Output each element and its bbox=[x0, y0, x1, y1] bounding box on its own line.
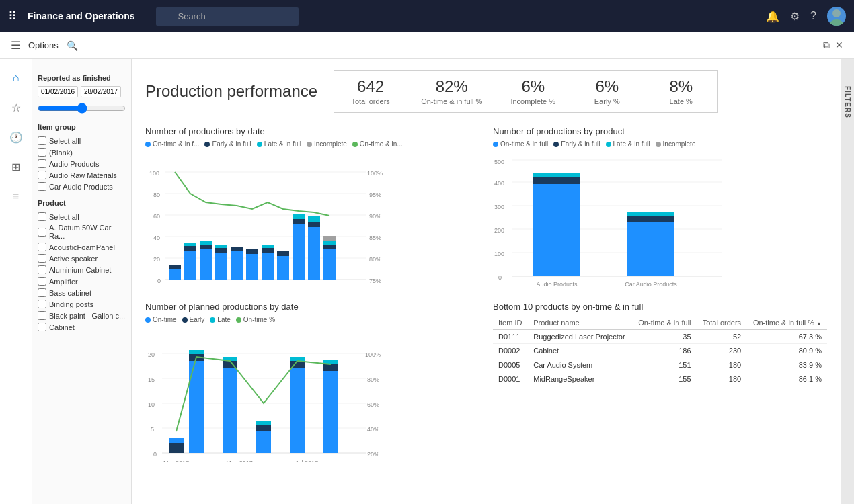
sidenav-home[interactable]: ⌂ bbox=[3, 65, 30, 91]
product-label-8: Black paint - Gallon c... bbox=[49, 312, 125, 320]
chart3-legend-dot-2 bbox=[210, 317, 215, 323]
chart3-container: 0 5 10 15 20 20% 40% 60% 80% 100% bbox=[145, 327, 479, 464]
date-to-input[interactable] bbox=[81, 86, 121, 97]
table-row-3: D0001 MidRangeSpeaker 155 180 86.1 % bbox=[493, 372, 827, 386]
item-group-item-1[interactable]: (Blank) bbox=[38, 146, 126, 158]
chart3-legend: On-timeEarlyLateOn-time % bbox=[145, 316, 479, 323]
product-item-4[interactable]: Aluminium Cabinet bbox=[38, 264, 126, 276]
sidenav-modules[interactable]: ≡ bbox=[3, 183, 30, 210]
table-row-2: D0005 Car Audio System 151 180 83.9 % bbox=[493, 358, 827, 372]
kpi-label-1: On-time & in full % bbox=[421, 97, 482, 106]
waffle-icon[interactable]: ⠿ bbox=[8, 9, 17, 24]
product-checkbox-4[interactable] bbox=[38, 265, 46, 274]
product-checkbox-3[interactable] bbox=[38, 254, 46, 263]
notification-icon[interactable]: 🔔 bbox=[766, 10, 779, 23]
product-checkbox-9[interactable] bbox=[38, 323, 46, 331]
chart3-svg: 0 5 10 15 20 20% 40% 60% 80% 100% bbox=[145, 327, 387, 462]
chart1-legend-dot-3 bbox=[307, 142, 312, 147]
item-group-checkbox-3[interactable] bbox=[38, 171, 46, 179]
hamburger-icon[interactable]: ☰ bbox=[11, 39, 20, 52]
product-checkbox-6[interactable] bbox=[38, 288, 46, 297]
product-item-6[interactable]: Bass cabinet bbox=[38, 287, 126, 298]
col-product-name: Product name bbox=[528, 316, 632, 330]
chart1-svg: 0 20 40 60 80 100 75% 80% 85% 90% 95% 10… bbox=[145, 152, 387, 286]
svg-rect-68 bbox=[533, 173, 580, 177]
svg-rect-95 bbox=[223, 368, 237, 453]
kpi-value-0: 642 bbox=[348, 77, 393, 96]
cell-total-1: 230 bbox=[697, 344, 747, 358]
sidenav-workspaces[interactable]: ⊞ bbox=[3, 153, 30, 180]
item-group-label-4: Car Audio Products bbox=[49, 183, 113, 191]
item-group-checkbox-0[interactable] bbox=[38, 136, 46, 145]
product-checkbox-1[interactable] bbox=[38, 228, 46, 237]
svg-rect-39 bbox=[277, 251, 289, 256]
help-icon[interactable]: ? bbox=[810, 10, 816, 22]
product-item-9[interactable]: Cabinet bbox=[38, 321, 126, 333]
date-from-input[interactable] bbox=[38, 86, 78, 97]
svg-text:500: 500 bbox=[494, 159, 504, 165]
item-group-checkbox-4[interactable] bbox=[38, 182, 46, 191]
product-item-8[interactable]: Black paint - Gallon c... bbox=[38, 310, 126, 321]
product-item-0[interactable]: Select all bbox=[38, 211, 126, 222]
col-item-id: Item ID bbox=[493, 316, 528, 330]
cell-pct-0: 67.3 % bbox=[746, 330, 827, 344]
item-group-item-4[interactable]: Car Audio Products bbox=[38, 181, 126, 192]
date-range-row bbox=[38, 86, 126, 97]
item-group-item-2[interactable]: Audio Products bbox=[38, 158, 126, 169]
item-group-item-3[interactable]: Audio Raw Materials bbox=[38, 169, 126, 181]
product-item-7[interactable]: Binding posts bbox=[38, 298, 126, 310]
chart3-legend-label-3: On-time % bbox=[243, 316, 275, 323]
product-checkbox-8[interactable] bbox=[38, 311, 46, 320]
date-slider[interactable] bbox=[38, 103, 126, 114]
svg-rect-25 bbox=[200, 249, 212, 280]
product-checkbox-5[interactable] bbox=[38, 277, 46, 286]
product-checkbox-2[interactable] bbox=[38, 243, 46, 251]
product-item-1[interactable]: A. Datum 50W Car Ra... bbox=[38, 222, 126, 241]
sidenav-favorites[interactable]: ☆ bbox=[3, 94, 30, 121]
close-icon[interactable]: ✕ bbox=[835, 40, 843, 51]
svg-rect-94 bbox=[189, 350, 204, 354]
svg-text:10: 10 bbox=[148, 401, 155, 408]
cell-name-2: Car Audio System bbox=[528, 358, 632, 372]
right-filters-panel[interactable]: FILTERS bbox=[841, 59, 854, 504]
product-checkbox-0[interactable] bbox=[38, 212, 46, 221]
chart3-legend-dot-3 bbox=[236, 317, 241, 323]
bottom10-table: Item ID Product name On-time & in full T… bbox=[493, 316, 827, 386]
svg-text:100: 100 bbox=[494, 251, 504, 257]
svg-rect-28 bbox=[215, 253, 227, 280]
product-item-2[interactable]: AcousticFoamPanel bbox=[38, 241, 126, 253]
item-group-item-0[interactable]: Select alll bbox=[38, 135, 126, 146]
chart1-legend-label-3: Incomplete bbox=[314, 140, 347, 148]
chart3-legend-item-3: On-time % bbox=[236, 316, 275, 323]
svg-text:Car Audio Products: Car Audio Products bbox=[625, 281, 677, 286]
kpi-value-1: 82% bbox=[421, 77, 482, 96]
sidenav-recent[interactable]: 🕐 bbox=[3, 124, 30, 151]
svg-text:0: 0 bbox=[157, 278, 161, 284]
product-item-3[interactable]: Active speaker bbox=[38, 253, 126, 264]
chart3-title: Number of planned productions by date bbox=[145, 302, 479, 312]
col-ontime: On-time & in full bbox=[632, 316, 697, 330]
svg-rect-20 bbox=[169, 269, 181, 280]
svg-rect-105 bbox=[323, 364, 338, 371]
settings-icon[interactable]: ⚙ bbox=[790, 10, 800, 23]
product-item-5[interactable]: Amplifier bbox=[38, 276, 126, 287]
sidenav: ⌂ ☆ 🕐 ⊞ ≡ bbox=[0, 59, 32, 504]
item-group-checkbox-1[interactable] bbox=[38, 148, 46, 157]
content-area: Production performance 642Total orders82… bbox=[132, 59, 841, 504]
avatar[interactable] bbox=[827, 7, 846, 26]
svg-rect-42 bbox=[293, 214, 305, 219]
chart2-svg: 0 100 200 300 400 500 bbox=[493, 152, 748, 286]
options-label: Options bbox=[28, 40, 59, 50]
search-input[interactable] bbox=[156, 7, 299, 26]
secondbar-search-icon[interactable]: 🔍 bbox=[67, 40, 78, 51]
svg-rect-38 bbox=[277, 256, 289, 280]
product-checkbox-7[interactable] bbox=[38, 300, 46, 308]
item-group-checkbox-2[interactable] bbox=[38, 159, 46, 168]
cell-pct-3: 86.1 % bbox=[746, 372, 827, 386]
chart1-legend-label-4: On-time & in... bbox=[360, 140, 403, 148]
kpi-card-4: 8%Late % bbox=[644, 70, 718, 113]
minimize-icon[interactable]: ⧉ bbox=[823, 40, 830, 51]
svg-text:90%: 90% bbox=[369, 213, 381, 220]
svg-rect-45 bbox=[308, 216, 320, 222]
svg-rect-91 bbox=[169, 438, 184, 443]
